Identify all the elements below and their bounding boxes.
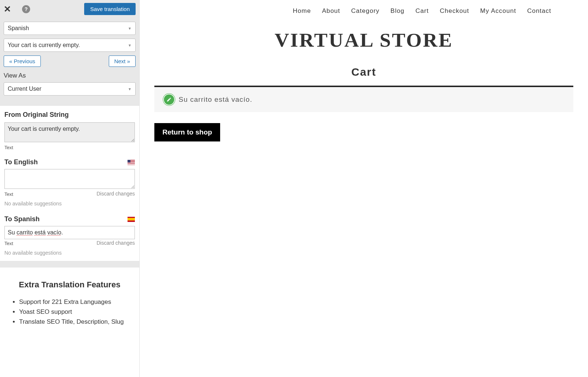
previous-button[interactable]: « Previous	[4, 55, 41, 67]
nav-home[interactable]: Home	[293, 7, 311, 15]
to-spanish-heading: To Spanish	[4, 215, 40, 223]
spanish-suggestion: No available suggestions	[4, 250, 135, 256]
cart-empty-message: Su carrito está vacío.	[179, 96, 252, 104]
site-preview: Home About Category Blog Cart Checkout M…	[140, 0, 588, 377]
to-english-heading: To English	[4, 158, 38, 166]
list-item: Support for 221 Extra Languages	[19, 297, 135, 307]
spanish-discard-link[interactable]: Discard changes	[97, 240, 135, 246]
flag-es-icon	[128, 217, 135, 222]
view-as-value: Current User	[8, 86, 42, 92]
original-sub-label: Text	[4, 145, 135, 150]
english-translation-textarea[interactable]	[4, 169, 135, 189]
chevron-down-icon: ▼	[128, 26, 132, 30]
site-nav-menu: Home About Category Blog Cart Checkout M…	[154, 0, 573, 18]
translation-sidebar: ✕ ? Save translation Spanish ▼ Your cart…	[0, 0, 140, 377]
store-title: VIRTUAL STORE	[144, 29, 584, 51]
spanish-sub-label: Text	[4, 241, 13, 246]
help-icon[interactable]: ?	[22, 5, 30, 13]
pencil-icon	[166, 97, 172, 102]
edit-translation-badge[interactable]	[163, 94, 175, 105]
close-icon[interactable]: ✕	[4, 4, 11, 14]
nav-checkout[interactable]: Checkout	[440, 7, 469, 15]
string-dropdown-value: Your cart is currently empty.	[8, 42, 80, 49]
flag-us-icon	[128, 160, 135, 165]
view-as-label: View As	[4, 72, 136, 79]
nav-blog[interactable]: Blog	[391, 7, 405, 15]
original-string-heading: From Original String	[4, 111, 135, 119]
cart-notice: Su carrito está vacío.	[154, 86, 573, 112]
nav-category[interactable]: Category	[351, 7, 380, 15]
view-as-dropdown[interactable]: Current User ▼	[4, 82, 136, 96]
extra-features-heading: Extra Translation Features	[4, 280, 135, 290]
nav-about[interactable]: About	[322, 7, 340, 15]
next-button[interactable]: Next »	[109, 55, 136, 67]
extra-features-list: Support for 221 Extra Languages Yoast SE…	[4, 297, 135, 327]
nav-contact[interactable]: Contact	[527, 7, 551, 15]
language-dropdown-value: Spanish	[8, 25, 29, 32]
nav-my-account[interactable]: My Account	[480, 7, 516, 15]
chevron-down-icon: ▼	[128, 87, 132, 91]
english-sub-label: Text	[4, 191, 13, 197]
english-discard-link[interactable]: Discard changes	[97, 191, 135, 197]
nav-cart[interactable]: Cart	[416, 7, 429, 15]
return-to-shop-button[interactable]: Return to shop	[154, 123, 220, 141]
language-dropdown[interactable]: Spanish ▼	[4, 22, 136, 35]
page-title: Cart	[154, 66, 573, 78]
list-item: Yoast SEO support	[19, 307, 135, 317]
spanish-translation-textarea[interactable]: Su carrito está vacío.	[4, 226, 135, 239]
list-item: Translate SEO Title, Description, Slug	[19, 317, 135, 327]
original-string-textarea	[4, 122, 135, 142]
save-translation-button[interactable]: Save translation	[84, 3, 136, 15]
sidebar-topbar: ✕ ? Save translation	[0, 0, 139, 18]
english-suggestion: No available suggestions	[4, 201, 135, 207]
chevron-down-icon: ▼	[128, 43, 132, 47]
string-dropdown[interactable]: Your cart is currently empty. ▼	[4, 39, 136, 52]
